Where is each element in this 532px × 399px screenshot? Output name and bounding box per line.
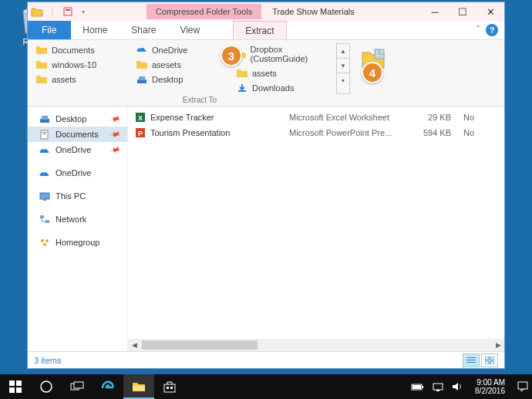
callout-3: 3: [221, 45, 242, 66]
task-view-button[interactable]: [62, 374, 93, 399]
svg-rect-40: [170, 387, 173, 389]
nav-this-pc[interactable]: This PC: [28, 188, 127, 204]
titlebar[interactable]: | ▾ Compressed Folder Tools Trade Show M…: [28, 2, 504, 21]
file-encrypted: No: [451, 113, 474, 122]
nav-network[interactable]: Network: [28, 211, 127, 227]
svg-rect-15: [45, 220, 49, 223]
nav-onedrive[interactable]: OneDrive: [28, 165, 127, 181]
svg-point-16: [41, 239, 44, 242]
scroll-thumb[interactable]: [142, 340, 258, 350]
gallery-dest[interactable]: asesets: [134, 58, 234, 71]
system-tray[interactable]: 9:00 AM 8/2/2016: [411, 378, 532, 396]
gallery-down-icon[interactable]: ▼: [337, 59, 349, 73]
svg-rect-38: [164, 384, 175, 392]
svg-rect-27: [490, 357, 494, 360]
svg-rect-24: [466, 360, 476, 360]
svg-rect-32: [9, 387, 15, 393]
file-size: 29 KB: [409, 113, 451, 122]
taskbar[interactable]: 9:00 AM 8/2/2016: [0, 374, 532, 399]
file-row[interactable]: P Tourism Presentation Microsoft PowerPo…: [128, 125, 504, 140]
gallery-more-icon[interactable]: ▾: [337, 73, 349, 88]
divider: |: [46, 5, 59, 18]
horizontal-scrollbar[interactable]: ◀ ▶: [128, 339, 504, 351]
nav-onedrive-quick[interactable]: OneDrive: [28, 142, 127, 157]
svg-point-17: [45, 239, 49, 242]
minimize-button[interactable]: ─: [421, 2, 449, 21]
help-icon[interactable]: ?: [486, 24, 498, 36]
tab-file[interactable]: File: [28, 21, 71, 39]
maximize-button[interactable]: ☐: [449, 2, 476, 21]
context-tab-title: Compressed Folder Tools: [146, 4, 261, 19]
svg-rect-28: [485, 361, 489, 364]
ribbon-tabs: File Home Share View Extract ˆ ?: [28, 21, 504, 40]
svg-text:X: X: [138, 114, 143, 122]
explorer-button[interactable]: [123, 374, 154, 399]
thumbnails-view-button[interactable]: [481, 353, 498, 367]
svg-rect-44: [433, 384, 443, 390]
scroll-left-icon[interactable]: ◀: [128, 339, 140, 351]
gallery-scroll[interactable]: ▲ ▼ ▾: [336, 43, 350, 94]
chevron-down-icon[interactable]: ▾: [77, 5, 89, 18]
svg-rect-23: [466, 357, 476, 358]
tab-extract[interactable]: Extract: [233, 21, 286, 39]
close-button[interactable]: ✕: [476, 2, 504, 21]
gallery-dest[interactable]: OneDrive: [134, 43, 234, 56]
tab-home[interactable]: Home: [71, 21, 120, 39]
ribbon-collapse-icon[interactable]: ˆ: [476, 25, 480, 36]
action-center-icon[interactable]: [517, 380, 529, 393]
properties-icon[interactable]: [62, 5, 74, 18]
navigation-pane[interactable]: Desktop Documents OneDrive OneDrive This…: [28, 107, 128, 351]
svg-point-34: [41, 381, 52, 392]
store-button[interactable]: [154, 374, 185, 399]
svg-rect-29: [490, 361, 494, 364]
gallery-dest[interactable]: Dropbox (CustomGuide): [234, 43, 335, 65]
taskbar-clock[interactable]: 9:00 AM 8/2/2016: [470, 378, 510, 396]
extract-to-gallery[interactable]: Documents windows-10 assets OneDrive ase…: [34, 43, 498, 94]
svg-rect-37: [133, 386, 145, 391]
file-encrypted: No: [451, 128, 474, 137]
scroll-right-icon[interactable]: ▶: [492, 339, 504, 351]
details-view-button[interactable]: [463, 353, 480, 367]
svg-rect-11: [42, 134, 46, 134]
gallery-dest[interactable]: windows-10: [34, 58, 134, 71]
gallery-dest[interactable]: assets: [34, 73, 134, 86]
explorer-window: | ▾ Compressed Folder Tools Trade Show M…: [27, 2, 505, 369]
file-row[interactable]: X Expense Tracker Microsoft Excel Worksh…: [128, 110, 504, 125]
svg-rect-31: [16, 380, 22, 386]
volume-icon[interactable]: [451, 381, 463, 392]
nav-desktop[interactable]: Desktop: [28, 111, 127, 127]
network-icon[interactable]: [432, 381, 444, 392]
file-name: Expense Tracker: [150, 113, 289, 122]
file-size: 594 KB: [409, 128, 451, 137]
svg-rect-25: [466, 362, 476, 363]
gallery-dest[interactable]: Downloads: [234, 81, 335, 94]
gallery-up-icon[interactable]: ▲: [337, 44, 349, 59]
powerpoint-icon: P: [134, 127, 146, 139]
tab-share[interactable]: Share: [120, 21, 168, 39]
gallery-dest[interactable]: assets: [234, 66, 335, 79]
svg-rect-9: [41, 130, 48, 139]
svg-rect-2: [66, 9, 70, 11]
statusbar: 3 items: [28, 351, 504, 368]
svg-rect-30: [9, 380, 15, 386]
gallery-dest[interactable]: Documents: [34, 43, 134, 56]
tab-view[interactable]: View: [168, 21, 212, 39]
nav-homegroup[interactable]: Homegroup: [28, 235, 127, 250]
svg-rect-5: [238, 90, 246, 92]
gallery-dest[interactable]: Desktop: [134, 73, 234, 86]
battery-icon[interactable]: [411, 383, 425, 391]
ribbon-extract: Documents windows-10 assets OneDrive ase…: [28, 40, 504, 107]
svg-rect-10: [42, 132, 46, 133]
status-item-count: 3 items: [34, 356, 61, 365]
svg-rect-39: [167, 387, 169, 389]
svg-rect-46: [518, 382, 527, 389]
cortana-button[interactable]: [31, 374, 62, 399]
svg-rect-12: [40, 193, 49, 199]
file-list[interactable]: X Expense Tracker Microsoft Excel Worksh…: [128, 107, 504, 351]
svg-rect-33: [16, 387, 22, 393]
start-button[interactable]: [0, 374, 31, 399]
excel-icon: X: [134, 111, 146, 123]
svg-rect-4: [139, 76, 145, 80]
edge-button[interactable]: [93, 374, 123, 399]
nav-documents[interactable]: Documents: [28, 127, 127, 142]
